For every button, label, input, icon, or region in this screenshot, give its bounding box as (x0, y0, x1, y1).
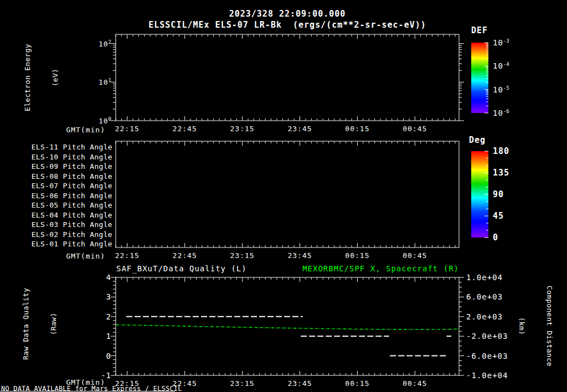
els-row-label: ELS-10 Pitch Angle (32, 153, 112, 160)
els-row-label: ELS-06 Pitch Angle (32, 192, 112, 199)
power-exponent: 1 (109, 78, 111, 83)
x-tick-label: 23:45 (287, 380, 312, 387)
power-base: 10 (493, 38, 503, 47)
els-row-label: ELS-01 Pitch Angle (32, 240, 112, 247)
x-tick-label: 00:15 (345, 380, 369, 387)
y-tick-label: 2 (106, 313, 111, 321)
els-row-label: ELS-03 Pitch Angle (32, 221, 112, 228)
y-tick-label: 4 (106, 274, 111, 281)
y-tick-label: -1.0e+04 (466, 372, 508, 379)
y-tick-label: -6.0e+03 (466, 352, 508, 360)
x-tick-label: 23:45 (287, 125, 312, 132)
plot-subtitle: ELSSCIL/MEx ELS-07 LR-Bk (ergs/(cm**2-sr… (148, 21, 426, 29)
colorbar-title-def: DEF (471, 27, 488, 35)
y-axis-label-line: (eV) (50, 44, 61, 111)
x-tick-label: 22:15 (115, 125, 140, 132)
page-title: 2023/328 22:09:00.000 (229, 10, 346, 18)
colorbar-tick-label: 10-3 (493, 39, 509, 47)
x-axis-title-panel1: GMT(min) (66, 126, 105, 133)
x-tick-label: 00:45 (403, 125, 427, 132)
power-exponent: 0 (109, 116, 111, 122)
y-axis-label-line: Component Distance (544, 286, 555, 367)
colorbar-tick-label: 45 (493, 212, 504, 220)
els-row-label: ELS-09 Pitch Angle (32, 163, 112, 170)
els-row-label: ELS-04 Pitch Angle (32, 211, 112, 218)
power-base: 10 (99, 117, 109, 125)
colorbar-tick-label: 180 (493, 147, 509, 156)
power-base: 10 (493, 85, 503, 94)
power-exponent: -3 (503, 38, 509, 44)
colorbar-tick-label: 10-5 (493, 85, 509, 94)
x-tick-label: 23:15 (230, 252, 255, 259)
colorbar-tick-label: 90 (493, 190, 504, 199)
colorbar-tick-label: 135 (493, 169, 509, 177)
x-tick-label: 23:15 (230, 380, 255, 387)
y-axis-label-line: (km) (516, 286, 527, 367)
x-tick-label: 00:45 (403, 252, 427, 259)
labels-layer: 2023/328 22:09:00.000 ELSSCIL/MEx ELS-07… (0, 0, 567, 392)
x-tick-label: 22:45 (173, 252, 197, 259)
y-axis-label-line: Raw Data Quality (20, 288, 32, 360)
x-tick-label: 22:15 (115, 252, 140, 259)
x-axis-title-panel2: GMT(min) (66, 252, 105, 260)
colorbar-tick-label: 10-6 (493, 109, 509, 117)
y-axis-label-electron-energy: Electron Energy (eV) (6, 44, 78, 111)
y-axis-label-component-distance: Component Distance (km) (499, 286, 567, 367)
y-tick-label: 6.0e+03 (466, 293, 503, 301)
x-tick-label: 23:15 (230, 125, 255, 132)
els-row-label: ELS-08 Pitch Angle (32, 172, 112, 179)
y-axis-label-raw-quality: Raw Data Quality (Raw) (4, 288, 76, 360)
no-data-underline (0, 391, 175, 391)
colorbar-tick-label: 10-4 (493, 62, 509, 70)
panel3-title-right: MEXORBMC/SPF X, Spacecraft (R) (302, 265, 459, 272)
x-tick-label: 22:45 (173, 125, 197, 132)
y-tick-label: 2.0e+03 (466, 313, 503, 321)
x-tick-label: 23:45 (287, 252, 312, 259)
x-tick-label: 00:15 (345, 252, 369, 259)
y-axis-label-line: (Raw) (48, 288, 59, 360)
colorbar-tick-label: 0 (493, 234, 498, 242)
y-tick-label: 1 (106, 332, 111, 340)
els-row-label: ELS-07 Pitch Angle (32, 182, 112, 189)
power-base: 10 (99, 40, 109, 48)
power-exponent: -6 (503, 109, 509, 114)
y-tick-label: 100 (99, 117, 111, 125)
x-tick-label: 00:15 (345, 125, 369, 132)
panel3-title-left: SAF_BXuT/Data Quality (L) (116, 265, 247, 272)
y-tick-label: -2.0e+03 (466, 332, 508, 340)
els-row-label: ELS-05 Pitch Angle (32, 202, 112, 209)
els-row-label: ELS-11 Pitch Angle (32, 143, 112, 151)
x-tick-label: 00:45 (403, 380, 427, 387)
power-exponent: -4 (503, 61, 509, 67)
els-row-label: ELS-02 Pitch Angle (32, 230, 112, 238)
y-tick-label: -1 (101, 372, 111, 379)
power-base: 10 (493, 62, 503, 71)
power-exponent: 2 (109, 39, 111, 44)
power-base: 10 (493, 109, 503, 117)
cdaweb-plot-screen: 2023/328 22:09:00.000 ELSSCIL/MEx ELS-07… (0, 0, 567, 392)
y-axis-label-line: Electron Energy (22, 44, 33, 111)
power-base: 10 (99, 78, 109, 86)
y-tick-label: 1.0e+04 (466, 274, 503, 281)
y-tick-label: 0 (106, 352, 111, 360)
power-exponent: -5 (503, 85, 509, 90)
x-tick-label: 22:45 (173, 380, 197, 387)
y-tick-label: 3 (106, 293, 111, 301)
x-tick-label: 22:15 (115, 380, 140, 387)
colorbar-title-deg: Deg (469, 136, 486, 145)
y-tick-label: 102 (99, 39, 111, 47)
y-tick-label: 101 (99, 78, 111, 86)
